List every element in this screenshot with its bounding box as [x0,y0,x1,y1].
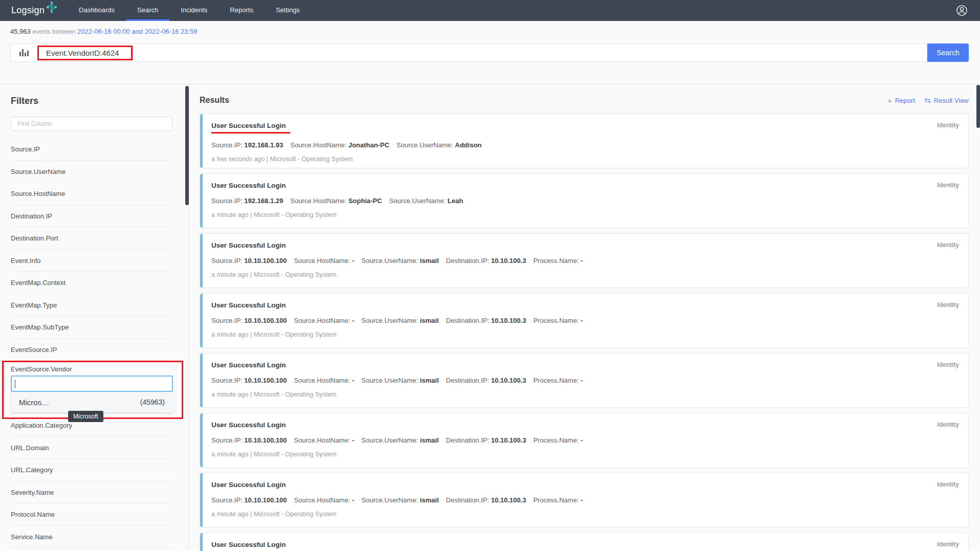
card-accent-bar [200,174,203,228]
result-card[interactable]: User Successful Login Identity Source.IP… [200,473,969,527]
card-accent-bar [200,413,203,467]
field-pair: Destination.IP: 10.10.100.3 [446,496,526,504]
report-button[interactable]: + Report [887,96,915,105]
field-value: - [581,257,583,265]
result-card[interactable]: User Successful Login Identity Source.IP… [200,413,969,468]
nav-item[interactable]: Incidents [169,0,219,21]
filter-item[interactable]: URL.Domain [11,437,172,459]
field-value: ismail [420,436,439,444]
find-column-input[interactable] [11,117,172,131]
result-category-badge: Identity [937,361,959,368]
result-card[interactable]: User Successful Login Identity Source.IP… [200,293,969,348]
nav-item[interactable]: Settings [265,0,311,21]
filter-item[interactable]: Severity.Name [11,481,172,504]
nav-item[interactable]: Dashboards [68,0,126,21]
field-value: Jonathan-PC [349,141,389,149]
date-range-link[interactable]: 2022-06-16 00:00 and 2022-06-16 23:59 [77,28,197,35]
logo[interactable]: Logsign [0,0,68,21]
filters-title: Filters [11,96,177,106]
vendor-filter-input[interactable] [11,376,173,392]
field-value: 10.10.100.3 [491,317,526,324]
result-card[interactable]: User Successful Login Identity Source.IP… [200,114,969,168]
nav-item[interactable]: Search [126,0,169,21]
filter-item[interactable]: Source.UserName [11,161,172,183]
field-value: 10.10.100.100 [244,436,287,444]
result-title: User Successful Login [211,182,286,189]
field-pair: Process.Name: - [533,496,583,504]
result-fields: Source.IP: 10.10.100.100Source.HostName:… [211,436,959,444]
results-scrollbar[interactable] [976,85,980,128]
result-title: User Successful Login [211,122,290,134]
field-label: Process.Name: [533,317,579,324]
field-label: Process.Name: [533,496,579,504]
field-value: 10.10.100.100 [244,377,287,384]
field-pair: Source.IP: 10.10.100.100 [211,496,287,504]
filter-item-label: Destination.Port [11,234,58,242]
nav-item[interactable]: Reports [219,0,265,21]
field-label: Source.IP: [211,197,243,205]
filter-item[interactable]: EventSource.IP [11,339,172,361]
result-card[interactable]: User Successful Login Identity Source.IP… [200,173,969,228]
field-pair: Destination.IP: 10.10.100.3 [446,436,526,444]
field-label: Destination.IP: [446,436,489,444]
field-value: ismail [420,377,439,384]
field-value: 10.10.100.100 [244,496,287,504]
nav-item-label: Incidents [181,6,207,14]
field-pair: Source.IP: 10.10.100.100 [211,436,287,444]
result-category-badge: Identity [937,182,959,189]
field-pair: Process.Name: - [533,257,583,265]
field-label: Source.IP: [211,317,243,324]
filter-item[interactable]: Event.Info [11,250,172,272]
filter-item[interactable]: Destination.Port [11,227,172,250]
nav-item-label: Search [137,6,158,14]
filter-item[interactable]: Service.Name [11,526,172,548]
filter-item[interactable]: URL.Category [11,459,172,481]
account-icon[interactable] [956,5,968,16]
filter-item[interactable]: Source.HostName [11,183,172,205]
field-pair: Source.IP: 10.10.100.100 [211,257,287,265]
filter-item-label: URL.Category [11,466,53,474]
field-label: Source.HostName: [290,197,346,205]
search-button[interactable]: Search [927,43,969,62]
field-label: Source.UserName: [389,197,446,205]
vendor-tooltip: Microsoft [68,411,103,422]
field-pair: Source.HostName: - [294,436,354,444]
card-accent-bar [200,354,203,407]
card-accent-bar [200,234,203,288]
filter-item-label: EventMap.Type [11,301,57,309]
field-value: 10.10.100.3 [491,377,526,384]
search-bar: Event.VendorID:4624 [10,43,927,62]
filter-item[interactable]: Source.IP [11,138,172,161]
result-fields: Source.IP: 192.168.1.93Source.HostName: … [211,141,959,149]
field-pair: Process.Name: - [533,436,583,444]
field-label: Source.UserName: [361,257,418,265]
nav-menu: Dashboards Search Incidents Reports Sett… [68,0,311,21]
result-timestamp: a minute ago | Microsoft - Operating Sys… [211,391,959,398]
chart-icon[interactable] [11,49,37,57]
result-card[interactable]: User Successful Login Identity Source.IP… [200,353,969,408]
logo-text: Logsign [11,5,45,16]
field-value: 10.10.100.3 [491,257,526,265]
filter-item-label: Source.IP [11,145,40,153]
sidebar-scrollbar[interactable] [185,86,189,205]
field-pair: Source.UserName: Addison [397,141,482,149]
field-pair: Source.HostName: Jonathan-PC [290,141,389,149]
result-fields: Source.IP: 10.10.100.100Source.HostName:… [211,377,959,384]
filter-item[interactable]: EventMap.SubType [11,316,172,339]
filter-item[interactable]: EventMap.Type [11,294,172,317]
filter-item[interactable]: EventMap.Context [11,272,172,294]
field-value: - [352,496,354,504]
result-view-button[interactable]: ⇆ Result View [924,96,969,105]
vendor-option-microsoft[interactable]: Micros… (45963) [11,392,174,412]
filter-item[interactable]: Destination.IP [11,205,172,228]
search-query-input[interactable]: Event.VendorID:4624 [37,46,133,60]
result-card[interactable]: User Successful Login Identity Source.IP… [200,233,969,288]
card-accent-bar [200,114,203,168]
field-pair: Source.UserName: ismail [361,377,439,384]
filter-item[interactable]: Protocol.Name [11,503,172,526]
field-value: Leah [448,197,463,205]
field-pair: Destination.IP: 10.10.100.3 [446,317,526,324]
filter-item-label: Source.UserName [11,168,66,175]
result-card[interactable]: User Successful Login Identity [200,533,969,551]
field-label: Process.Name: [533,436,579,444]
